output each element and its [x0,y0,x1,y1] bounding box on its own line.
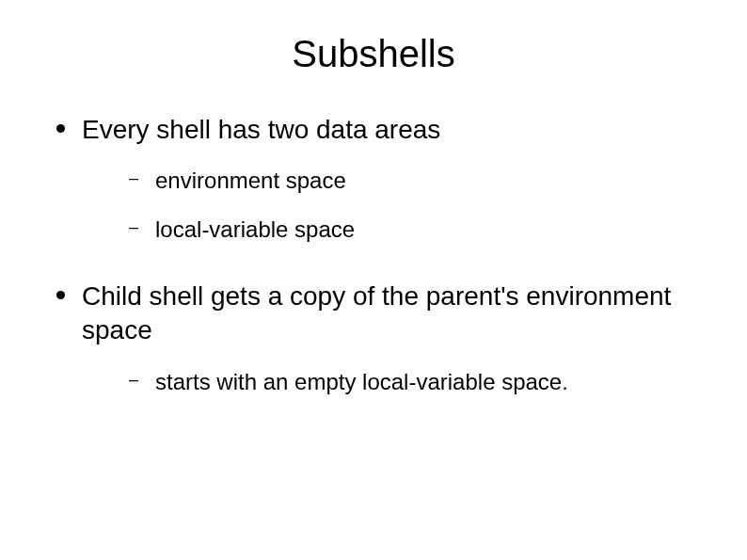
list-item-text: local-variable space [155,215,355,244]
list-item: Every shell has two data areas – environ… [56,113,700,263]
list-item: – starts with an empty local-variable sp… [129,367,700,396]
bullet-list: Every shell has two data areas – environ… [56,113,700,415]
list-item-body: Child shell gets a copy of the parent's … [82,280,700,415]
dash-icon: – [129,217,138,237]
sub-bullet-list: – starts with an empty local-variable sp… [129,367,700,396]
list-item-text: Child shell gets a copy of the parent's … [82,281,671,344]
list-item-text: starts with an empty local-variable spac… [155,367,568,396]
slide-content: Every shell has two data areas – environ… [47,113,700,415]
bullet-icon [56,291,65,299]
list-item-body: Every shell has two data areas – environ… [82,113,440,263]
list-item: Child shell gets a copy of the parent's … [56,280,700,415]
list-item-text: environment space [155,166,346,195]
list-item-text: Every shell has two data areas [82,115,440,144]
list-item: – environment space [129,166,440,195]
dash-icon: – [129,168,138,188]
dash-icon: – [129,370,138,390]
list-item: – local-variable space [129,215,440,244]
sub-bullet-list: – environment space – local-variable spa… [129,166,440,243]
bullet-icon [56,124,65,133]
slide-title: Subshells [47,33,700,75]
slide: Subshells Every shell has two data areas… [0,0,747,560]
